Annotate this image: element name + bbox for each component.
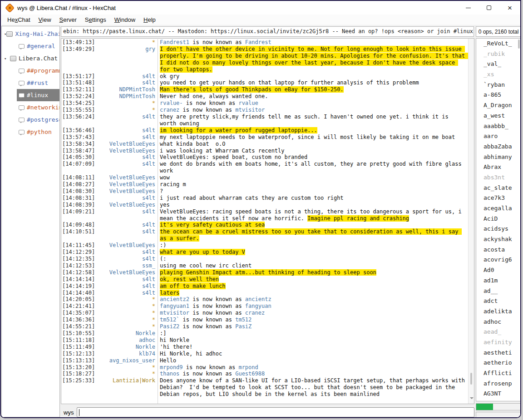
minimize-button[interactable]: [458, 1, 479, 15]
userlist-user[interactable]: _val_: [476, 59, 521, 69]
user-list[interactable]: _ReVoLt__rubik_val__xs`rybana-865A_Drago…: [476, 38, 521, 401]
message-segment: they are pretty slick,my friends tell me…: [160, 114, 452, 127]
message-input-box[interactable]: [77, 407, 474, 417]
userlist-user[interactable]: `ryban: [476, 80, 521, 90]
userlist-user[interactable]: aaro: [476, 131, 521, 142]
userlist-user[interactable]: adct: [476, 296, 521, 306]
message-text: rvalue- is now known as rvalue: [158, 100, 468, 107]
message-segment: tm512: [235, 316, 252, 323]
userlist-user[interactable]: a_west: [476, 111, 521, 121]
menu-item-help[interactable]: Help: [139, 15, 160, 24]
userlist-user[interactable]: abhimany: [476, 152, 521, 163]
message-input[interactable]: [77, 408, 474, 417]
message-nick: s4lt: [96, 161, 158, 174]
userlist-user[interactable]: Abrax: [476, 162, 521, 173]
message-timestamp: [14:08:31]: [61, 195, 96, 202]
userlist-user[interactable]: acegalla: [476, 203, 521, 214]
userlist-user[interactable]: afrosenp: [476, 379, 521, 389]
chat-message: [13:52:11]NDPMintToshMan there's lots of…: [61, 86, 468, 93]
title-bar[interactable]: × wys @ Libera.Chat / #linux - HexChat ×: [1, 1, 520, 15]
menu-item-window[interactable]: Window: [110, 15, 139, 24]
message-nick: VelvetBlueEyes: [96, 181, 158, 188]
message-text: playing Genshin Impact atm...but thinkin…: [158, 269, 468, 276]
menu-item-settings[interactable]: Settings: [81, 15, 110, 24]
message-nick: *: [96, 39, 158, 46]
userlist-user[interactable]: ad1m: [476, 276, 521, 286]
text-caret: [79, 409, 79, 416]
chat-scrollbar-thumb[interactable]: [470, 373, 472, 385]
main-content: ▾Xing-Hai-Zhai#general▾Libera.Chat##prog…: [1, 25, 520, 418]
tree-item--rust[interactable]: ##rust: [2, 77, 59, 89]
userlist-user[interactable]: Afflicti: [476, 368, 521, 379]
message-segment: ancientz2: [160, 296, 189, 302]
hexchat-logo-icon: ×: [5, 3, 15, 12]
message-nick: s4lt: [96, 228, 158, 242]
tree-item--general[interactable]: #general: [2, 40, 59, 52]
userlist-user[interactable]: Ad0: [476, 265, 521, 276]
userlist-user[interactable]: aaabbb_: [476, 121, 521, 132]
topic-bar[interactable]: ebin: https://paste.linux.chat/ -- Masto…: [61, 26, 474, 37]
maximize-button[interactable]: [479, 1, 499, 15]
userlist-user[interactable]: acosta: [476, 245, 521, 255]
userlist-user[interactable]: AciD: [476, 214, 521, 224]
userlist-user[interactable]: _rubik: [476, 49, 521, 59]
userlist-user[interactable]: ackyshak: [476, 234, 521, 245]
scroll-down-icon[interactable]: [470, 397, 474, 401]
message-timestamp: [61, 398, 96, 404]
message-text: what kinda boat o.O: [158, 141, 468, 148]
menu-item-hexchat[interactable]: HexChat: [3, 15, 35, 24]
userlist-user[interactable]: _ReVoLt_: [476, 39, 521, 49]
tree-item-libera-chat[interactable]: ▾Libera.Chat: [2, 52, 59, 64]
chat-message: [13:54:25]*rvalue- is now known as rvalu…: [61, 100, 468, 107]
message-segment: ancientz: [245, 296, 271, 302]
tree-expander-icon[interactable]: ▾: [4, 56, 10, 61]
message-timestamp: [13:54:25]: [61, 100, 96, 107]
close-button[interactable]: ×: [499, 1, 520, 15]
message-text: PasiZ2 is now known as PasiZ: [158, 323, 468, 330]
chat-area[interactable]: [13:49:13]*Fandrest1 is now known as Fan…: [61, 38, 474, 404]
menu-item-server[interactable]: Server: [55, 15, 81, 24]
userlist-user[interactable]: abs3nt: [476, 173, 521, 183]
chat-message: [14:21:41]*fangyuan1 is now known as fan…: [61, 303, 468, 310]
chat-message: [15:25:33]Lantizia|WorkDoes anyone know …: [61, 377, 468, 398]
userlist-user[interactable]: a-865: [476, 90, 521, 100]
userlist-user[interactable]: adelikta: [476, 306, 521, 317]
message-nick: *: [96, 107, 158, 114]
userlist-user[interactable]: aead_: [476, 327, 521, 337]
tree-item--postgresq[interactable]: #postgresq: [2, 114, 59, 126]
userlist-user[interactable]: _xs: [476, 69, 521, 80]
userlist-user[interactable]: adhoc: [476, 317, 521, 327]
message-segment: (:: [160, 256, 166, 262]
tree-item-label: #postgresq: [27, 116, 59, 123]
userlist-user[interactable]: ac_slate: [476, 183, 521, 193]
menu-item-view[interactable]: View: [35, 15, 55, 24]
userlist-user[interactable]: acidsys: [476, 224, 521, 234]
channel-icon: [19, 81, 25, 85]
userlist-user[interactable]: acovrig6: [476, 255, 521, 265]
hexchat-window: × wys @ Libera.Chat / #linux - HexChat ×…: [0, 0, 521, 418]
userlist-user[interactable]: A_Dragon: [476, 100, 521, 111]
userlist-user[interactable]: ace7k3: [476, 193, 521, 203]
tree-item--programm[interactable]: ##programm: [2, 64, 59, 77]
userlist-user[interactable]: abbaZaba: [476, 142, 521, 152]
userlist-user[interactable]: aestheti: [476, 348, 521, 358]
tree-item--python[interactable]: #python: [2, 126, 59, 138]
userlist-user[interactable]: aefinity: [476, 337, 521, 348]
message-text: am off to make lunch: [158, 283, 468, 290]
message-timestamp: [15:11:18]: [61, 337, 96, 344]
tree-item-xing-hai-zhai[interactable]: ▾Xing-Hai-Zhai: [2, 28, 59, 40]
userlist-user[interactable]: ad__: [476, 286, 521, 296]
message-nick: *: [96, 323, 158, 330]
userlist-user[interactable]: AG3NT: [476, 389, 521, 399]
message-segment: I don't have the other device in vicinit…: [160, 46, 468, 73]
tree-item--linux[interactable]: #linux: [2, 89, 59, 101]
chat-scrollbar[interactable]: [468, 39, 474, 404]
message-nick: NDPMintTosh: [96, 93, 158, 100]
tree-item--networkin[interactable]: #networkin: [2, 101, 59, 114]
message-nick: s4lt: [96, 222, 158, 228]
userlist-user[interactable]: aetherio: [476, 358, 521, 368]
message-nick: klb74: [96, 351, 158, 357]
userlist-scrollbar-thumb[interactable]: [518, 40, 520, 49]
message-text: (:: [158, 256, 468, 262]
message-nick: [96, 398, 158, 404]
